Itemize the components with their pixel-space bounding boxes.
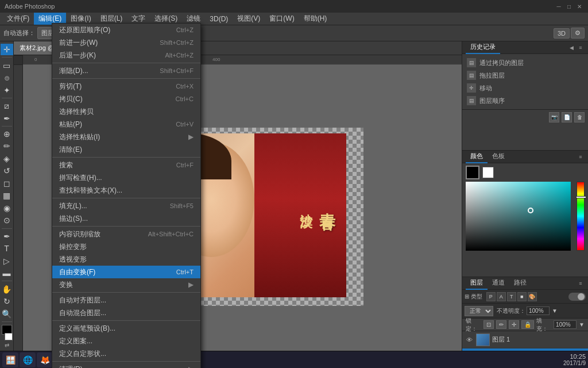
filter-adj-btn[interactable]: A: [497, 292, 506, 301]
tool-pen[interactable]: ✒: [1, 231, 13, 242]
history-trash-btn[interactable]: 🗑: [574, 112, 585, 122]
ctx-spell[interactable]: 拼写检查(H)...: [52, 171, 200, 184]
tool-eyedropper[interactable]: ✒: [1, 112, 13, 124]
ctx-copy[interactable]: 拷贝(C) Ctrl+C: [52, 93, 200, 105]
color-spectrum-area[interactable]: [462, 182, 588, 256]
ctx-find-replace[interactable]: 查找和替换文本(X)...: [52, 184, 200, 197]
tool-gradient[interactable]: ▦: [1, 190, 13, 201]
tool-magic-wand[interactable]: ✦: [1, 84, 13, 95]
layers-panel-menu[interactable]: ≡: [577, 279, 585, 288]
history-new-btn[interactable]: 📄: [562, 112, 572, 122]
ctx-free-transform[interactable]: 自由变换(F) Ctrl+T: [52, 266, 200, 278]
menu-window[interactable]: 窗口(W): [265, 13, 299, 25]
tool-rotate-view[interactable]: ↻: [1, 296, 13, 307]
taskbar-browser-ie[interactable]: 🌐: [20, 352, 36, 367]
history-item-2[interactable]: ✛ 移动: [462, 82, 588, 94]
ctx-define-shape[interactable]: 定义自定形状...: [52, 347, 200, 360]
tool-move[interactable]: ✛: [1, 44, 13, 55]
lock-all-btn[interactable]: 🔒: [521, 320, 534, 329]
history-item-3[interactable]: ▤ 图层顺序: [462, 94, 588, 107]
lock-transparent-btn[interactable]: ⊡: [483, 320, 494, 329]
ctx-search[interactable]: 搜索 Ctrl+F: [52, 159, 200, 171]
filter-smart-btn[interactable]: 🎨: [528, 292, 537, 301]
ctx-paste[interactable]: 粘贴(P) Ctrl+V: [52, 118, 200, 131]
tool-brush[interactable]: ✏: [1, 140, 13, 152]
filter-toggle[interactable]: [568, 293, 586, 301]
opt-btn-2[interactable]: ⚙: [571, 28, 585, 39]
color-swap[interactable]: ⇄: [5, 342, 9, 348]
tool-spot-heal[interactable]: ⊕: [1, 128, 13, 140]
opt-btn-1[interactable]: 3D: [554, 28, 570, 39]
lock-position-btn[interactable]: ✛: [509, 320, 519, 329]
ctx-fill[interactable]: 填充(L)... Shift+F5: [52, 200, 200, 212]
taskbar-browser[interactable]: 🦊: [37, 352, 53, 367]
tool-stamp[interactable]: ◈: [1, 153, 13, 164]
history-tab[interactable]: 历史记录: [466, 41, 500, 54]
color-spectrum[interactable]: [466, 182, 571, 251]
tool-dodge[interactable]: ⊙: [1, 214, 13, 226]
ctx-undo[interactable]: 还原图层顺序(O) Ctrl+Z: [52, 24, 200, 36]
ctx-content-scale[interactable]: 内容识别缩放 Alt+Shift+Ctrl+C: [52, 228, 200, 240]
tool-select-rect[interactable]: ▭: [1, 59, 13, 71]
menu-file[interactable]: 文件(F): [2, 13, 34, 25]
ctx-clear[interactable]: 清除(E): [52, 143, 200, 156]
taskbar-start[interactable]: 🪟: [2, 352, 18, 367]
tool-zoom[interactable]: 🔍: [1, 308, 13, 319]
ctx-step-backward[interactable]: 后退一步(K) Alt+Ctrl+Z: [52, 49, 200, 62]
color-panel-menu[interactable]: ≡: [577, 153, 585, 161]
ctx-perspective[interactable]: 透视变形: [52, 253, 200, 266]
history-item-0[interactable]: ▤ 通过拷贝的图层: [462, 56, 588, 69]
minimize-button[interactable]: ─: [555, 2, 563, 10]
close-button[interactable]: ✕: [575, 2, 583, 10]
foreground-swatch[interactable]: [466, 166, 479, 179]
tool-lasso[interactable]: ⌾: [1, 72, 13, 83]
fill-input[interactable]: [554, 320, 577, 329]
ctx-stroke[interactable]: 描边(S)...: [52, 212, 200, 225]
panel-collapse-btn[interactable]: ◀: [567, 44, 575, 52]
history-item-1[interactable]: ▤ 拖拉图层: [462, 69, 588, 82]
paths-tab[interactable]: 路径: [509, 277, 531, 290]
ctx-fade[interactable]: 渐隐(D)... Shift+Ctrl+F: [52, 64, 200, 77]
tool-crop[interactable]: ⧄: [1, 100, 13, 112]
tool-eraser[interactable]: ◻: [1, 178, 13, 189]
ctx-transform[interactable]: 变换 ▶: [52, 278, 200, 291]
tool-hand[interactable]: ✋: [1, 283, 13, 294]
ctx-cut[interactable]: 剪切(T) Ctrl+X: [52, 80, 200, 93]
tool-history-brush[interactable]: ↺: [1, 165, 13, 177]
filter-type-btn[interactable]: T: [507, 292, 516, 301]
hue-slider[interactable]: [577, 182, 585, 251]
channels-tab[interactable]: 通道: [488, 277, 509, 290]
filter-shape-btn[interactable]: ■: [517, 292, 527, 301]
ctx-puppet[interactable]: 操控变形: [52, 240, 200, 253]
history-camera-btn[interactable]: 📷: [549, 112, 559, 122]
tool-separator-6: [2, 321, 12, 322]
menu-view[interactable]: 视图(V): [233, 13, 265, 25]
layers-tab[interactable]: 图层: [466, 277, 488, 290]
filter-pixel-btn[interactable]: P: [486, 292, 496, 301]
ctx-paste-special[interactable]: 选择性粘贴(I) ▶: [52, 131, 200, 143]
layer-item-0[interactable]: 👁 图层 1: [462, 331, 588, 348]
background-swatch[interactable]: [482, 167, 494, 178]
ctx-auto-blend[interactable]: 自动混合图层...: [52, 306, 200, 319]
ctx-define-brush[interactable]: 定义画笔预设(B)...: [52, 322, 200, 335]
tool-type[interactable]: T: [1, 243, 13, 254]
ctx-copy-merged[interactable]: 选择性拷贝: [52, 105, 200, 118]
ctx-purge[interactable]: 清理(R) ▶: [52, 363, 200, 368]
layer-0-visibility[interactable]: 👁: [465, 335, 474, 344]
background-color[interactable]: [5, 333, 13, 340]
opacity-input[interactable]: [527, 306, 550, 315]
tool-blur[interactable]: ◉: [1, 202, 13, 214]
maximize-button[interactable]: □: [565, 2, 573, 10]
color-tab[interactable]: 颜色: [466, 150, 488, 163]
menu-3d[interactable]: 3D(D): [205, 14, 233, 24]
panel-menu-btn[interactable]: ≡: [577, 44, 585, 52]
menu-help[interactable]: 帮助(H): [299, 13, 332, 25]
tool-shape[interactable]: ▬: [1, 267, 13, 279]
lock-image-btn[interactable]: ✏: [496, 320, 506, 329]
swatches-tab[interactable]: 色板: [488, 150, 509, 163]
ctx-define-pattern[interactable]: 定义图案...: [52, 335, 200, 347]
ctx-auto-align[interactable]: 自动对齐图层...: [52, 294, 200, 306]
ctx-step-forward[interactable]: 前进一步(W) Shift+Ctrl+Z: [52, 36, 200, 49]
blend-mode-select[interactable]: 正常: [465, 306, 493, 316]
tool-path-select[interactable]: ▷: [1, 255, 13, 267]
